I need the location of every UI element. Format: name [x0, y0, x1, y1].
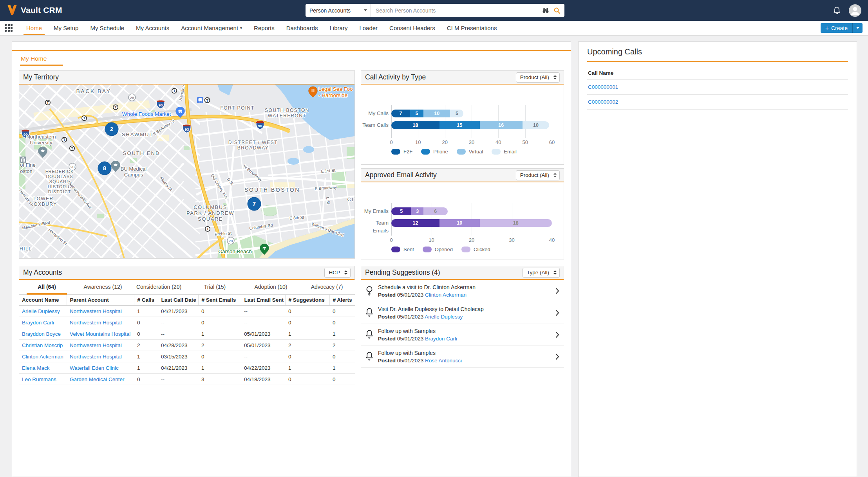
accounts-tab-awareness-12[interactable]: Awareness (12) — [75, 280, 131, 294]
column-header-calls[interactable]: # Calls — [134, 295, 158, 305]
nav-item-clm-presentations[interactable]: CLM Presentations — [441, 21, 503, 35]
app-launcher-icon[interactable] — [5, 24, 13, 32]
parent-account-link[interactable]: Northwestern Hospital — [70, 308, 122, 314]
legend-label: Sent — [403, 247, 414, 252]
territory-map[interactable]: TTTTTTTT90909093282828287BACK BAYSHAWMUT… — [19, 85, 354, 258]
axis-tick-label: 40 — [490, 139, 506, 145]
svg-text:90: 90 — [258, 124, 262, 128]
account-link[interactable]: Braydon Carli — [22, 320, 54, 326]
nav-item-consent-headers[interactable]: Consent Headers — [383, 21, 441, 35]
nav-item-label: Loader — [359, 25, 378, 31]
search-icon[interactable] — [553, 7, 561, 14]
accounts-tab-consideration-20[interactable]: Consideration (20) — [131, 280, 187, 294]
call-link[interactable]: C000000001 — [588, 84, 618, 90]
parent-account-link[interactable]: Garden Medical Center — [70, 376, 125, 382]
email-activity-filter-select[interactable]: Product (All) — [516, 170, 560, 180]
column-header-sent-emails[interactable]: # Sent Emails — [198, 295, 241, 305]
call-link[interactable]: C000000002 — [588, 99, 618, 105]
create-dropdown-button[interactable] — [852, 23, 863, 33]
parent-account-link[interactable]: Velvet Mountains Hospital — [70, 331, 130, 337]
nav-item-library[interactable]: Library — [324, 21, 354, 35]
column-header-alerts[interactable]: # Alerts — [329, 295, 355, 305]
tab-my-home[interactable]: My Home — [20, 51, 63, 66]
map-label: E 1st St — [321, 168, 336, 174]
accounts-tab-all-64[interactable]: All (64) — [19, 280, 75, 294]
suggestion-item[interactable]: Schedule a visit to Dr. Clinton Ackerman… — [361, 280, 564, 302]
posted-date: 05/01/2023 — [396, 336, 425, 342]
suggestion-account-link[interactable]: Rose Antonucci — [425, 358, 462, 364]
svg-text:7: 7 — [253, 200, 256, 207]
home-tab-strip: My Home — [12, 50, 571, 66]
suggestion-item[interactable]: Follow up with SamplesPosted 05/01/2023 … — [361, 324, 564, 346]
map-cluster-marker[interactable]: 8 — [98, 162, 111, 175]
nav-item-reports[interactable]: Reports — [248, 21, 280, 35]
column-header-last-call-date[interactable]: Last Call Date — [158, 295, 198, 305]
column-header-suggestions[interactable]: # Suggestions — [285, 295, 329, 305]
nav-item-my-accounts[interactable]: My Accounts — [130, 21, 175, 35]
chevron-right-icon[interactable] — [551, 310, 564, 316]
chevron-right-icon[interactable] — [551, 288, 564, 294]
account-link[interactable]: Elena Mack — [22, 365, 50, 371]
bar-value-label: 10 — [523, 121, 549, 129]
map-label: SOUTH BOSTON — [244, 187, 300, 193]
account-link[interactable]: Leo Rummans — [22, 376, 56, 382]
chevron-right-icon[interactable] — [551, 331, 564, 338]
notifications-bell-icon[interactable] — [832, 6, 841, 15]
parent-account-link[interactable]: Northwestern Hospital — [70, 354, 122, 360]
map-cluster-marker[interactable]: 7 — [248, 197, 261, 211]
suggestion-item[interactable]: Visit Dr. Arielle Duplessy to Detail Cho… — [361, 302, 564, 324]
parent-account-link[interactable]: Northwestern Hospital — [70, 342, 122, 348]
account-link[interactable]: Arielle Duplessy — [22, 308, 60, 314]
map-cluster-marker[interactable]: 2 — [105, 122, 118, 136]
map-label: L St — [326, 197, 331, 205]
nav-item-home[interactable]: Home — [20, 21, 48, 35]
column-header-account-name[interactable]: Account Name — [19, 295, 67, 305]
map-t-station-icon: T — [62, 137, 67, 142]
parent-account-link[interactable]: Northwestern Hospital — [70, 320, 122, 326]
parent-account-link[interactable]: Waterfall Eden Clinic — [70, 365, 119, 371]
account-link[interactable]: Clinton Ackerman — [22, 354, 63, 360]
suggestions-filter-select[interactable]: Type (All) — [523, 268, 560, 278]
column-header-last-email-sent[interactable]: Last Email Sent — [241, 295, 285, 305]
suggestion-account-link[interactable]: Braydon Carli — [425, 336, 457, 342]
create-button[interactable]: + Create — [821, 23, 852, 33]
binoculars-icon[interactable] — [542, 7, 550, 14]
column-header-parent-account[interactable]: Parent Account — [67, 295, 134, 305]
call-activity-filter-select[interactable]: Product (All) — [516, 72, 560, 83]
email-activity-panel: Approved Email Activity Product (All) 01… — [361, 168, 564, 259]
accounts-tab-adoption-10[interactable]: Adoption (10) — [243, 280, 299, 294]
app-name: Vault CRM — [21, 5, 62, 15]
call-name-column-header[interactable]: Call Name — [587, 66, 848, 80]
suggestion-item[interactable]: Follow up with SamplesPosted 05/01/2023 … — [361, 346, 564, 368]
accounts-tab-trial-15[interactable]: Trial (15) — [187, 280, 243, 294]
nav-item-label: Account Management — [181, 25, 238, 31]
svg-text:2: 2 — [110, 126, 113, 132]
search-scope-select[interactable]: Person Accounts — [306, 4, 371, 17]
table-row: Leo RummansGarden Medical Center0--304/1… — [19, 374, 355, 385]
bar-value-label: 3 — [411, 207, 423, 215]
tab-my-home-label: My Home — [21, 55, 47, 62]
user-avatar[interactable] — [848, 4, 862, 17]
suggestion-account-link[interactable]: Clinton Ackerman — [425, 292, 467, 298]
legend-item-sent: Sent — [391, 247, 414, 252]
account-link[interactable]: Brayddon Boyce — [22, 331, 61, 337]
nav-item-my-setup[interactable]: My Setup — [48, 21, 84, 35]
chevron-right-icon[interactable] — [551, 353, 564, 360]
nav-item-my-schedule[interactable]: My Schedule — [84, 21, 130, 35]
accounts-filter-select[interactable]: HCP — [324, 268, 351, 278]
app-logo[interactable]: Vault CRM — [7, 5, 62, 15]
svg-text:28: 28 — [229, 239, 233, 243]
spinner-arrows-icon — [553, 173, 557, 177]
accounts-tab-advocacy-7[interactable]: Advocacy (7) — [299, 280, 355, 294]
legend-swatch — [423, 247, 432, 252]
nav-item-dashboards[interactable]: Dashboards — [280, 21, 324, 35]
suggestion-account-link[interactable]: Arielle Duplessy — [425, 314, 463, 320]
nav-item-loader[interactable]: Loader — [353, 21, 383, 35]
account-link[interactable]: Christian Moscrip — [22, 342, 63, 348]
bar-segment-phone: 5 — [410, 110, 423, 117]
suggestion-title: Follow up with Samples — [378, 350, 551, 356]
bar-segment-email: 10 — [523, 121, 549, 129]
search-input[interactable] — [371, 4, 564, 17]
nav-item-account-management[interactable]: Account Management▾ — [175, 21, 248, 35]
map-label: Whole Foods Market — [122, 111, 171, 117]
